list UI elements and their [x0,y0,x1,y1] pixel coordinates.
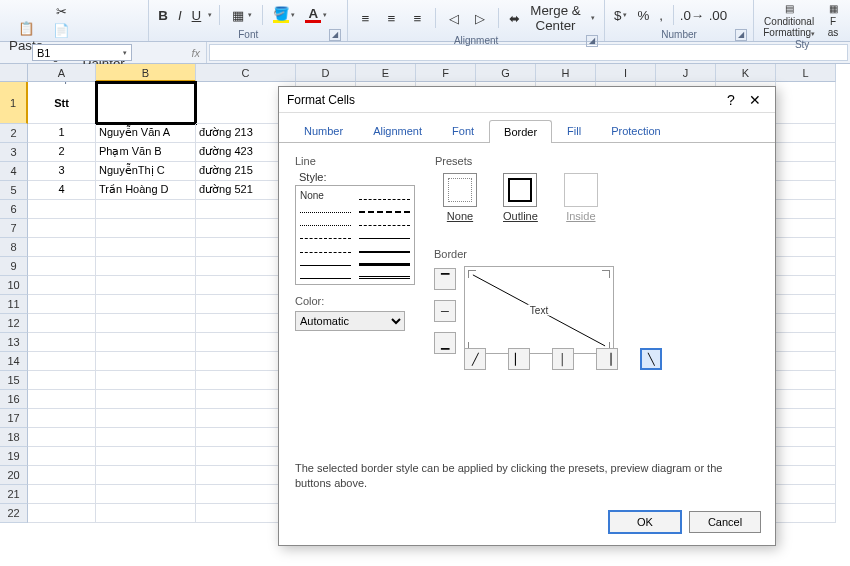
column-header[interactable]: L [776,64,836,82]
cell[interactable] [96,428,196,447]
cell[interactable] [776,371,836,390]
copy-button[interactable]: 📄 [50,21,142,39]
cut-button[interactable]: ✂ [50,2,142,20]
row-header[interactable]: 19 [0,447,28,466]
border-vertical-button[interactable]: │ [552,348,574,370]
column-header[interactable]: J [656,64,716,82]
line-style-option[interactable] [300,203,351,213]
cell[interactable] [776,466,836,485]
merge-center-button[interactable]: ⬌Merge & Center▾ [506,2,598,34]
cell[interactable] [776,485,836,504]
cell[interactable] [776,314,836,333]
line-style-option[interactable] [300,216,351,226]
cell[interactable] [776,295,836,314]
help-button[interactable]: ? [719,90,743,110]
underline-button[interactable]: U [189,7,205,24]
row-header[interactable]: 14 [0,352,28,371]
cell[interactable] [28,314,96,333]
align-left-button[interactable]: ≡ [354,9,376,27]
cell[interactable] [776,257,836,276]
cell[interactable] [776,428,836,447]
cell[interactable] [776,143,836,162]
line-style-picker[interactable]: None [295,185,415,285]
row-header[interactable]: 21 [0,485,28,504]
preset-inside[interactable]: Inside [564,173,598,222]
cell[interactable] [96,485,196,504]
cell[interactable] [776,390,836,409]
row-header[interactable]: 16 [0,390,28,409]
cell[interactable]: Trần Hoàng D [96,181,196,200]
line-style-option[interactable] [300,243,351,253]
decrease-decimal-button[interactable]: .00 [707,6,729,24]
cell[interactable]: Phạm Văn B [96,143,196,162]
row-header[interactable]: 5 [0,181,28,200]
cell[interactable] [776,238,836,257]
row-header[interactable]: 13 [0,333,28,352]
chevron-down-icon[interactable]: ▾ [123,49,127,57]
fx-label[interactable]: fx [132,42,207,63]
line-style-option[interactable] [359,243,410,253]
cell[interactable] [776,82,836,124]
cell[interactable] [96,295,196,314]
cell[interactable]: 1 [28,124,96,143]
cell[interactable] [28,485,96,504]
cell[interactable] [776,200,836,219]
conditional-formatting-button[interactable]: ▤ ConditionalFormatting▾ [760,2,818,38]
cell[interactable]: Stt [28,82,96,124]
row-header[interactable]: 1 [0,82,28,124]
cell[interactable]: NguyễnThị C [96,162,196,181]
cell[interactable] [96,257,196,276]
line-style-option[interactable] [359,256,410,266]
format-as-table-button[interactable]: ▦ Fas [822,2,844,38]
decrease-indent-button[interactable]: ◁ [443,9,465,27]
cell[interactable] [96,82,196,124]
chevron-down-icon[interactable]: ▾ [208,11,212,19]
border-diag-up-button[interactable]: ╱ [464,348,486,370]
font-color-button[interactable]: A▾ [302,6,330,24]
tab-font[interactable]: Font [437,119,489,142]
row-header[interactable]: 8 [0,238,28,257]
line-style-option[interactable] [300,256,351,266]
row-header[interactable]: 6 [0,200,28,219]
alignment-launcher-icon[interactable]: ◢ [586,35,598,47]
line-style-option[interactable] [359,216,410,226]
cell[interactable] [96,447,196,466]
cell[interactable] [28,352,96,371]
border-bottom-button[interactable]: ▁ [434,332,456,354]
cell[interactable] [96,333,196,352]
close-button[interactable]: ✕ [743,90,767,110]
row-header[interactable]: 17 [0,409,28,428]
percent-button[interactable]: % [634,7,652,24]
cell[interactable] [28,257,96,276]
preset-outline[interactable]: Outline [503,173,538,222]
cell[interactable] [776,447,836,466]
cell[interactable] [776,333,836,352]
cell[interactable] [28,333,96,352]
column-header[interactable]: F [416,64,476,82]
column-header[interactable]: I [596,64,656,82]
row-header[interactable]: 11 [0,295,28,314]
cell[interactable]: Nguyễn Văn A [96,124,196,143]
cell[interactable] [28,390,96,409]
italic-button[interactable]: I [175,7,185,24]
row-header[interactable]: 10 [0,276,28,295]
cell[interactable] [96,371,196,390]
row-header[interactable]: 4 [0,162,28,181]
cell[interactable] [28,504,96,523]
line-style-option[interactable] [359,190,410,200]
border-right-button[interactable]: ▕ [596,348,618,370]
column-header[interactable]: H [536,64,596,82]
row-header[interactable]: 22 [0,504,28,523]
tab-fill[interactable]: Fill [552,119,596,142]
cancel-button[interactable]: Cancel [689,511,761,533]
align-right-button[interactable]: ≡ [406,9,428,27]
preset-none[interactable]: None [443,173,477,222]
border-preview[interactable]: Text [464,266,614,354]
line-style-option[interactable] [359,203,410,213]
row-header[interactable]: 15 [0,371,28,390]
cell[interactable] [96,276,196,295]
cell[interactable] [776,181,836,200]
cell[interactable]: 4 [28,181,96,200]
line-style-option[interactable] [359,269,410,279]
cell[interactable] [776,409,836,428]
